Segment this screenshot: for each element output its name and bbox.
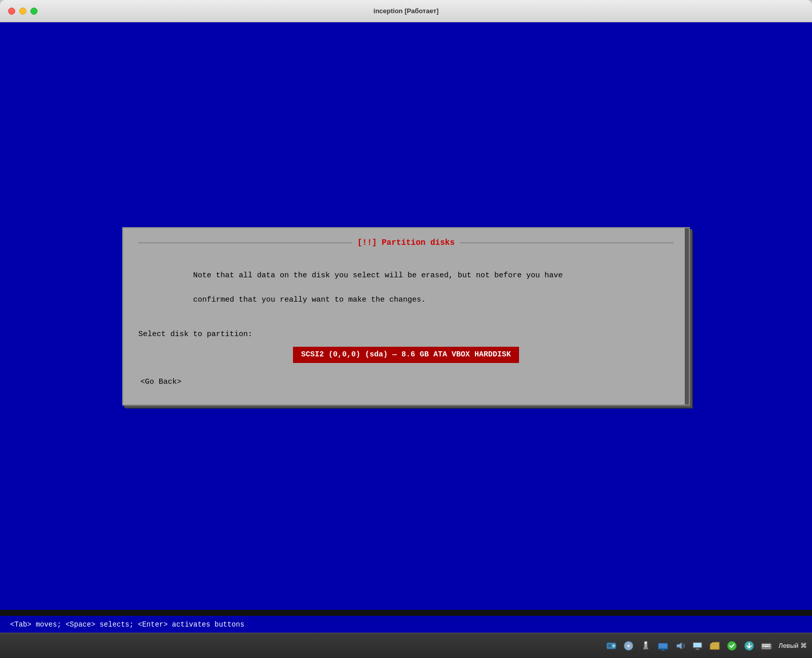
audio-svg-icon: [675, 640, 686, 651]
usb-svg-icon: [640, 640, 651, 651]
taskbar-disk-icon[interactable]: [604, 639, 618, 653]
dialog-body: Note that all data on the disk you selec…: [138, 258, 674, 389]
cd-svg-icon: [623, 640, 634, 651]
select-label: Select disk to partition:: [138, 328, 674, 341]
svg-rect-17: [695, 649, 700, 650]
dialog-title: [!!] Partition disks: [138, 238, 674, 247]
vm-content[interactable]: [!!] Partition disks Note that all data …: [0, 22, 812, 633]
disk-item[interactable]: SCSI2 (0,0,0) (sda) — 8.6 GB ATA VBOX HA…: [293, 347, 519, 363]
svg-rect-25: [762, 646, 764, 647]
svg-point-1: [612, 644, 615, 647]
svg-rect-26: [764, 646, 768, 647]
svg-rect-16: [696, 648, 699, 649]
partition-disks-dialog: [!!] Partition disks Note that all data …: [122, 227, 690, 406]
svg-marker-13: [677, 642, 682, 649]
svg-rect-15: [693, 643, 702, 647]
svg-rect-2: [608, 644, 611, 647]
taskbar-display-icon[interactable]: [690, 639, 705, 653]
taskbar-audio-icon[interactable]: [673, 639, 687, 653]
network-svg-icon: [657, 640, 669, 651]
taskbar-usb-icon[interactable]: [639, 639, 653, 653]
display-svg-icon: [692, 640, 703, 651]
taskbar-keyboard-label: Левый ⌘: [779, 642, 807, 649]
svg-rect-23: [766, 644, 768, 645]
taskbar-cd-icon[interactable]: [621, 639, 636, 653]
svg-rect-7: [643, 647, 648, 649]
main-area: [!!] Partition disks Note that all data …: [0, 22, 812, 610]
status-text: <Tab> moves; <Space> selects; <Enter> ac…: [10, 620, 244, 629]
svg-rect-9: [658, 643, 668, 648]
taskbar-shield-icon[interactable]: [725, 639, 739, 653]
shared-svg-icon: [709, 640, 720, 651]
svg-point-18: [727, 641, 736, 650]
svg-point-8: [645, 642, 647, 644]
taskbar-network-icon[interactable]: [656, 639, 670, 653]
svg-rect-10: [658, 648, 668, 649]
status-bar: <Tab> moves; <Space> selects; <Enter> ac…: [0, 616, 812, 633]
title-bar: inception [Работает]: [0, 0, 812, 22]
svg-rect-22: [764, 644, 766, 645]
taskbar-keyboard-icon[interactable]: [759, 639, 773, 653]
svg-rect-21: [762, 644, 764, 645]
traffic-lights: [8, 8, 38, 15]
close-button[interactable]: [8, 8, 15, 15]
download-svg-icon: [744, 640, 755, 651]
vm-black-bar: [0, 610, 812, 616]
svg-rect-12: [661, 650, 665, 651]
shield-svg-icon: [726, 640, 737, 651]
svg-point-5: [628, 645, 630, 646]
svg-rect-24: [768, 644, 770, 645]
taskbar-download-icon[interactable]: [742, 639, 756, 653]
svg-rect-27: [768, 646, 770, 647]
go-back-button[interactable]: <Go Back>: [138, 375, 674, 389]
note-text: Note that all data on the disk you selec…: [138, 258, 674, 318]
minimize-button[interactable]: [19, 8, 26, 15]
taskbar-shared-icon[interactable]: [708, 639, 722, 653]
disk-selection: SCSI2 (0,0,0) (sda) — 8.6 GB ATA VBOX HA…: [138, 347, 674, 363]
window-title: inception [Работает]: [374, 7, 438, 15]
keyboard-svg-icon: [761, 640, 772, 651]
mac-window: inception [Работает] [!!] Partition disk…: [0, 0, 812, 658]
maximize-button[interactable]: [30, 8, 38, 15]
disk-svg-icon: [606, 640, 617, 651]
taskbar: Левый ⌘: [0, 633, 812, 658]
